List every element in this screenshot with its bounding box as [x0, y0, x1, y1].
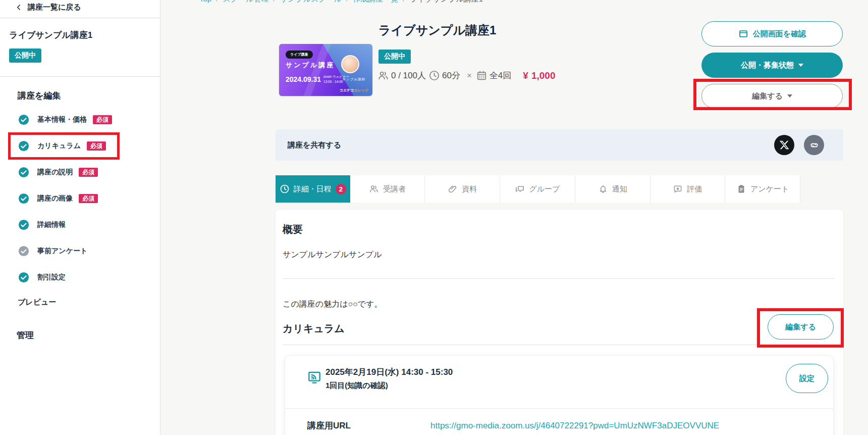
sidebar-section-edit-heading: 講座を編集	[18, 90, 160, 102]
thumbnail-logo: コエテコカレッジ	[340, 88, 368, 93]
check-circle-icon	[18, 140, 29, 152]
sidebar-item-preview[interactable]: プレビュー	[18, 298, 160, 307]
thumbnail-date-row: 2024.09.31 zoom ウェビナー 13:00 - 14:00	[286, 74, 349, 84]
details-panel: 概要 サンプルサンプルサンプル この講座の魅力は○○です。 カリキュラム 編集す…	[276, 210, 843, 435]
curriculum-heading: カリキュラム	[283, 322, 345, 335]
edit-curriculum-button[interactable]: 編集する	[768, 314, 834, 340]
breadcrumb-separator: /	[346, 0, 348, 3]
overview-heading: 概要	[283, 223, 303, 236]
breadcrumb-link[interactable]: サンプルスクール	[280, 0, 342, 3]
tab-label: 受講者	[383, 184, 406, 194]
session-texts: 2025年2月19日(水) 14:30 - 15:30 1回目(知識の確認)	[326, 366, 453, 391]
tab-materials[interactable]: 資料	[425, 175, 500, 203]
sidebar-section-manage[interactable]: 管理	[17, 329, 160, 341]
tab-notifications[interactable]: 通知	[575, 175, 650, 203]
check-circle-icon	[18, 272, 29, 283]
star-bubble-icon	[673, 184, 683, 194]
tab-details-schedule[interactable]: 詳細・日程 2	[276, 175, 350, 203]
breadcrumb: Top/スクール管理/サンプルスクール/作成講座一覧/ライブサンプル講座1	[199, 0, 483, 4]
breadcrumb-link[interactable]: Top	[199, 0, 211, 3]
tab-label: 資料	[462, 184, 477, 194]
required-badge: 必須	[79, 194, 98, 203]
check-circle-icon	[18, 167, 29, 178]
divider	[283, 278, 834, 279]
clock-icon	[428, 70, 440, 81]
breadcrumb-link[interactable]: 作成講座一覧	[353, 0, 398, 3]
share-x-button[interactable]	[774, 135, 794, 155]
required-badge: 必須	[79, 168, 98, 177]
required-badge: 必須	[93, 115, 112, 124]
back-label: 講座一覧に戻る	[28, 3, 81, 12]
check-circle-icon	[18, 114, 29, 125]
sidebar-item-basic-info-price[interactable]: 基本情報・価格 必須	[0, 107, 160, 133]
sidebar-item-course-description[interactable]: 講座の説明 必須	[0, 159, 160, 185]
duration-value: 60分	[442, 70, 460, 81]
copy-link-button[interactable]	[804, 135, 824, 155]
tab-label: アンケート	[750, 184, 789, 194]
clipboard-icon	[736, 184, 746, 194]
check-circle-icon-pending	[18, 246, 29, 257]
breadcrumb-separator: /	[403, 0, 405, 3]
capacity-value: 0 / 100人	[391, 70, 426, 81]
sidebar-item-curriculum[interactable]: カリキュラム 必須	[0, 133, 160, 159]
thumbnail-time: 13:00 - 14:00	[323, 80, 343, 83]
tab-reviews[interactable]: 評価	[650, 175, 726, 203]
page-title: ライブサンプル講座1	[378, 22, 496, 38]
session-title: 1回目(知識の確認)	[326, 381, 453, 391]
sidebar-item-label: 詳細情報	[37, 220, 66, 229]
session-settings-button[interactable]: 設定	[786, 364, 828, 393]
link-icon	[809, 140, 820, 151]
tab-students[interactable]: 受講者	[350, 175, 425, 203]
edit-course-button[interactable]: 編集する	[701, 84, 843, 108]
course-thumbnail: ライブ講座 サンプル講座 2024.09.31 zoom ウェビナー 13:00…	[279, 44, 372, 96]
sidebar-item-course-image[interactable]: 講座の画像 必須	[0, 185, 160, 212]
tab-count-badge: 2	[336, 184, 346, 195]
publish-status-button[interactable]: 公開・募集状態	[701, 53, 843, 78]
session-card: 2025年2月19日(水) 14:30 - 15:30 1回目(知識の確認) 設…	[285, 355, 834, 435]
edit-course-label: 編集する	[752, 91, 783, 101]
course-url-link[interactable]: https://gmo-media.zoom.us/j/4640722291?p…	[430, 421, 719, 431]
chat-bubbles-icon	[515, 184, 525, 194]
sidebar-item-discount-settings[interactable]: 割引設定	[0, 264, 160, 291]
breadcrumb-separator: /	[273, 0, 275, 3]
chevron-left-icon	[15, 4, 23, 11]
thumbnail-type-badge: ライブ講座	[286, 51, 313, 59]
overview-text: サンプルサンプルサンプル	[283, 250, 382, 260]
sidebar-item-label: 基本情報・価格	[37, 115, 87, 124]
header-actions: 公開画面を確認 公開・募集状態 編集する	[701, 21, 843, 108]
thumbnail-title: サンプル講座	[286, 61, 335, 70]
sidebar-status-badge: 公開中	[9, 49, 41, 63]
sidebar-nav: 基本情報・価格 必須 カリキュラム 必須 講座の説明 必須 講座の画像 必須 詳…	[0, 107, 160, 291]
share-bar: 講座を共有する	[276, 129, 843, 161]
multiply-sign: ×	[467, 71, 472, 81]
preview-public-page-label: 公開画面を確認	[753, 29, 806, 39]
tab-label: 詳細・日程	[294, 184, 332, 194]
thumbnail-instructor: サンプル講師	[342, 77, 365, 82]
sidebar-course-title: ライブサンプル講座1	[9, 29, 151, 41]
tab-surveys[interactable]: アンケート	[725, 175, 800, 203]
tab-groups[interactable]: グループ	[500, 175, 575, 203]
app-screen: 講座一覧に戻る ライブサンプル講座1 公開中 講座を編集 基本情報・価格 必須 …	[0, 0, 868, 435]
check-circle-icon	[18, 219, 29, 230]
people-icon	[369, 184, 379, 194]
window-icon	[738, 29, 748, 39]
breadcrumb-link[interactable]: スクール管理	[223, 0, 268, 3]
appeal-text: この講座の魅力は○○です。	[283, 299, 383, 310]
thumbnail-date: 2024.09.31	[286, 75, 321, 83]
currency-symbol: ¥	[523, 70, 528, 81]
instructor-avatar	[341, 55, 359, 73]
people-icon	[377, 70, 389, 81]
bell-icon	[598, 184, 608, 194]
preview-public-page-button[interactable]: 公開画面を確認	[701, 21, 843, 46]
sidebar-item-label: 講座の説明	[37, 168, 73, 177]
clock-icon	[280, 184, 290, 194]
course-stats: 0 / 100人 60分 × 全4回 ¥ 1,000	[377, 70, 555, 81]
check-circle-icon	[18, 193, 29, 204]
paperclip-icon	[448, 184, 458, 194]
sidebar-item-detail-info[interactable]: 詳細情報	[0, 212, 160, 238]
tab-label: 通知	[612, 184, 627, 194]
divider	[283, 345, 834, 345]
sidebar-course-block: ライブサンプル講座1 公開中	[0, 18, 160, 77]
sidebar-item-pre-survey[interactable]: 事前アンケート	[0, 238, 160, 264]
back-to-course-list-link[interactable]: 講座一覧に戻る	[0, 0, 160, 18]
